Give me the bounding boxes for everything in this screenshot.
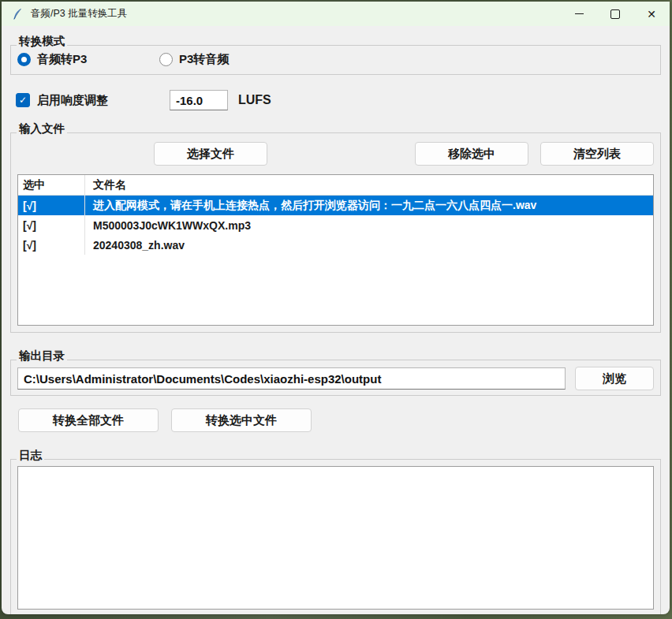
file-table: 选中 文件名 [√] 进入配网模式，请在手机上连接热点，然后打开浏览器访问：一九…: [17, 174, 654, 326]
column-header-filename: 文件名: [85, 175, 653, 195]
maximize-button[interactable]: [597, 2, 633, 26]
minimize-icon: [575, 13, 584, 14]
loudness-checkbox-label: 启用响度调整: [37, 93, 108, 108]
radio-audio-to-p3[interactable]: 音频转P3: [17, 52, 159, 67]
group-conversion-mode: 转换模式 音频转P3 P3转音频: [10, 45, 661, 75]
radio-unselected-icon: [159, 53, 173, 66]
row-filename: 20240308_zh.wav: [85, 235, 653, 255]
maximize-icon: [610, 9, 620, 19]
titlebar: 音频/P3 批量转换工具 ✕: [2, 2, 670, 26]
file-buttons-row: 选择文件 移除选中 清空列表: [17, 142, 654, 166]
group-output-dir-label: 输出目录: [17, 349, 67, 363]
output-path-input[interactable]: [17, 367, 566, 390]
group-conversion-mode-label: 转换模式: [17, 34, 67, 48]
group-input-files: 输入文件 选择文件 移除选中 清空列表 选中 文件名 [√] 进入配网模式，请在…: [10, 132, 661, 333]
table-row[interactable]: [√] 进入配网模式，请在手机上连接热点，然后打开浏览器访问：一九二点一六八点四…: [18, 196, 653, 215]
lufs-value-input[interactable]: [170, 90, 228, 110]
close-button[interactable]: ✕: [633, 2, 670, 26]
log-textarea[interactable]: [17, 466, 654, 610]
row-filename: M500003J0cWK1WWxQX.mp3: [85, 215, 653, 235]
file-table-header: 选中 文件名: [18, 175, 653, 196]
main-content: 转换模式 音频转P3 P3转音频 ✓ 启用响度调整 LUFS 输入文件: [2, 45, 670, 614]
window-title: 音频/P3 批量转换工具: [31, 7, 127, 21]
remove-selected-button[interactable]: 移除选中: [415, 142, 528, 166]
browse-button[interactable]: 浏览: [575, 367, 654, 390]
convert-selected-button[interactable]: 转换选中文件: [171, 408, 312, 432]
radio-p3-to-audio[interactable]: P3转音频: [159, 52, 229, 67]
app-window: 音频/P3 批量转换工具 ✕ 转换模式 音频转P3 P3转音频: [2, 2, 670, 614]
group-input-files-label: 输入文件: [17, 121, 67, 136]
output-dir-row: 浏览: [17, 367, 654, 390]
table-row[interactable]: [√] 20240308_zh.wav: [18, 235, 653, 255]
convert-all-button[interactable]: 转换全部文件: [18, 408, 159, 432]
radio-p3-to-audio-label: P3转音频: [179, 52, 229, 67]
row-checkmark: [√]: [18, 235, 85, 255]
clear-list-button[interactable]: 清空列表: [540, 142, 654, 166]
minimize-button[interactable]: [561, 2, 597, 26]
row-checkmark: [√]: [18, 215, 85, 235]
group-output-dir: 输出目录 浏览: [10, 360, 661, 396]
column-header-checked: 选中: [18, 175, 85, 195]
close-icon: ✕: [647, 9, 656, 20]
table-row[interactable]: [√] M500003J0cWK1WWxQX.mp3: [18, 215, 653, 235]
file-table-empty-area[interactable]: [18, 255, 653, 325]
loudness-row: ✓ 启用响度调整 LUFS: [10, 90, 661, 110]
select-files-button[interactable]: 选择文件: [154, 142, 267, 166]
convert-buttons-row: 转换全部文件 转换选中文件: [10, 408, 661, 432]
loudness-checkbox[interactable]: ✓: [16, 93, 30, 107]
app-feather-icon: [11, 8, 24, 21]
group-log: 日志: [10, 459, 661, 614]
row-filename: 进入配网模式，请在手机上连接热点，然后打开浏览器访问：一九二点一六八点四点一.w…: [85, 196, 653, 215]
radio-audio-to-p3-label: 音频转P3: [37, 52, 87, 67]
mode-radio-row: 音频转P3 P3转音频: [11, 46, 660, 67]
lufs-unit-label: LUFS: [238, 93, 271, 107]
radio-selected-icon: [17, 53, 31, 66]
group-log-label: 日志: [17, 448, 44, 462]
row-checkmark: [√]: [18, 196, 85, 215]
